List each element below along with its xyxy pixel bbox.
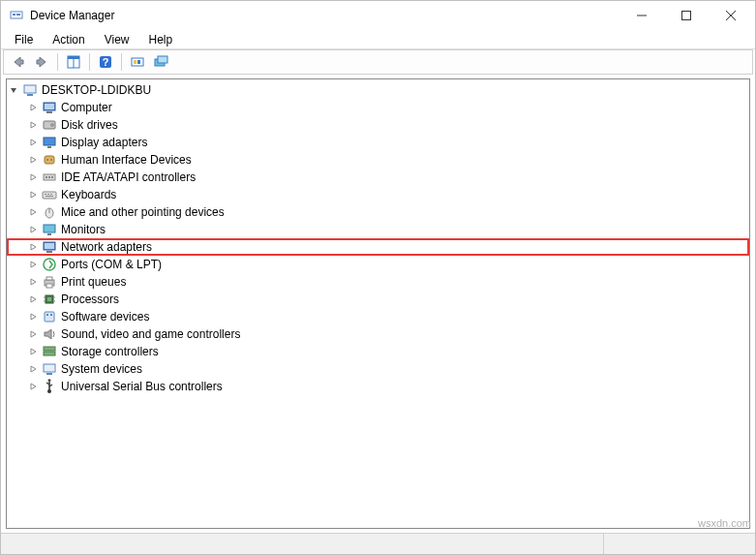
titlebar: Device Manager [1, 1, 755, 30]
tree-item[interactable]: Software devices [7, 308, 749, 325]
window-title: Device Manager [30, 9, 620, 22]
svg-rect-18 [27, 94, 33, 96]
chevron-right-icon[interactable] [26, 275, 40, 289]
svg-rect-34 [45, 194, 46, 195]
chevron-down-icon[interactable] [7, 83, 20, 97]
tree-item-label: Keyboards [61, 188, 116, 201]
svg-rect-13 [134, 60, 136, 64]
tree-root[interactable]: DESKTOP-LDIDKBU [7, 81, 749, 99]
svg-rect-33 [43, 192, 56, 199]
properties-panel-button[interactable] [63, 51, 84, 73]
chevron-right-icon[interactable] [26, 153, 40, 167]
window-controls [620, 1, 753, 30]
svg-rect-4 [682, 12, 691, 20]
scan-hardware-button[interactable] [127, 51, 148, 73]
menu-view[interactable]: View [95, 31, 139, 48]
hid-icon [42, 152, 57, 168]
tree-item-label: Universal Serial Bus controllers [61, 380, 223, 393]
chevron-right-icon[interactable] [26, 327, 40, 341]
svg-rect-57 [50, 314, 52, 316]
tree-item[interactable]: Ports (COM & LPT) [7, 256, 749, 273]
svg-rect-43 [45, 243, 54, 249]
tree-item-label: System devices [61, 362, 142, 376]
chevron-right-icon[interactable] [26, 118, 40, 132]
svg-text:?: ? [103, 56, 109, 68]
chevron-right-icon[interactable] [26, 205, 40, 219]
back-button[interactable] [8, 51, 29, 73]
chevron-right-icon[interactable] [26, 310, 40, 324]
menu-file[interactable]: File [5, 31, 43, 48]
svg-rect-35 [47, 194, 49, 195]
svg-point-28 [50, 159, 52, 161]
chevron-right-icon[interactable] [26, 380, 40, 393]
chevron-right-icon[interactable] [26, 188, 40, 201]
tree-item-label: Network adapters [61, 240, 152, 254]
svg-rect-32 [51, 176, 53, 178]
close-button[interactable] [709, 1, 753, 30]
tree-item[interactable]: IDE ATA/ATAPI controllers [7, 169, 749, 186]
chevron-right-icon[interactable] [26, 136, 40, 149]
software-icon [42, 309, 57, 324]
tree-item-label: Print queues [61, 275, 126, 289]
minimize-button[interactable] [620, 1, 664, 30]
tree-item[interactable]: System devices [7, 360, 749, 378]
tree-item[interactable]: Storage controllers [7, 343, 749, 360]
tree-item[interactable]: Sound, video and game controllers [7, 325, 749, 343]
disk-icon [42, 117, 57, 133]
menu-help[interactable]: Help [139, 31, 183, 48]
svg-rect-60 [44, 364, 55, 372]
svg-rect-21 [46, 111, 52, 113]
tree-item[interactable]: Network adapters [7, 238, 749, 256]
menu-action[interactable]: Action [43, 31, 94, 48]
device-tree[interactable]: DESKTOP-LDIDKBU ComputerDisk drivesDispl… [6, 78, 750, 529]
tree-item-label: Human Interface Devices [61, 153, 192, 167]
tree-item[interactable]: Disk drives [7, 116, 749, 134]
cpu-icon [42, 292, 57, 307]
ide-icon [42, 170, 57, 185]
svg-rect-8 [68, 56, 79, 59]
svg-rect-50 [47, 297, 51, 301]
chevron-right-icon[interactable] [26, 240, 40, 254]
tree-item-label: Display adapters [61, 136, 147, 149]
tree-item[interactable]: Keyboards [7, 186, 749, 203]
chevron-right-icon[interactable] [26, 258, 40, 271]
tree-item-label: Processors [61, 293, 119, 306]
tree-item[interactable]: Display adapters [7, 134, 749, 151]
chevron-right-icon[interactable] [26, 362, 40, 376]
svg-point-23 [50, 123, 54, 127]
status-cell-left [1, 534, 604, 554]
help-button[interactable]: ? [95, 51, 116, 73]
chevron-right-icon[interactable] [26, 293, 40, 306]
toolbar: ? [3, 49, 753, 75]
chevron-right-icon[interactable] [26, 345, 40, 358]
tree-item[interactable]: Processors [7, 291, 749, 308]
svg-rect-40 [44, 225, 55, 232]
forward-button[interactable] [31, 51, 52, 73]
tree-item[interactable]: Print queues [7, 273, 749, 291]
svg-rect-30 [45, 176, 47, 178]
tree-item-label: Software devices [61, 310, 149, 324]
svg-rect-61 [46, 373, 52, 375]
system-icon [42, 361, 57, 377]
maximize-button[interactable] [664, 1, 709, 30]
tree-item[interactable]: Monitors [7, 221, 749, 238]
tree-item[interactable]: Universal Serial Bus controllers [7, 378, 749, 395]
device-manager-icon [9, 8, 24, 23]
chevron-right-icon[interactable] [26, 101, 40, 114]
svg-rect-56 [46, 314, 48, 316]
tree-item[interactable]: Human Interface Devices [7, 151, 749, 169]
tree-item[interactable]: Mice and other pointing devices [7, 203, 749, 221]
keyboard-icon [42, 187, 57, 202]
menubar: File Action View Help [1, 30, 755, 49]
show-hidden-button[interactable] [150, 51, 171, 73]
svg-rect-20 [45, 104, 54, 109]
tree-item-label: Disk drives [61, 118, 118, 132]
svg-rect-36 [50, 194, 52, 195]
toolbar-separator [121, 53, 122, 71]
chevron-right-icon[interactable] [26, 170, 40, 184]
chevron-right-icon[interactable] [26, 223, 40, 236]
network-icon [42, 239, 57, 255]
svg-rect-26 [45, 156, 54, 164]
svg-rect-47 [46, 277, 52, 280]
tree-item[interactable]: Computer [7, 99, 749, 116]
